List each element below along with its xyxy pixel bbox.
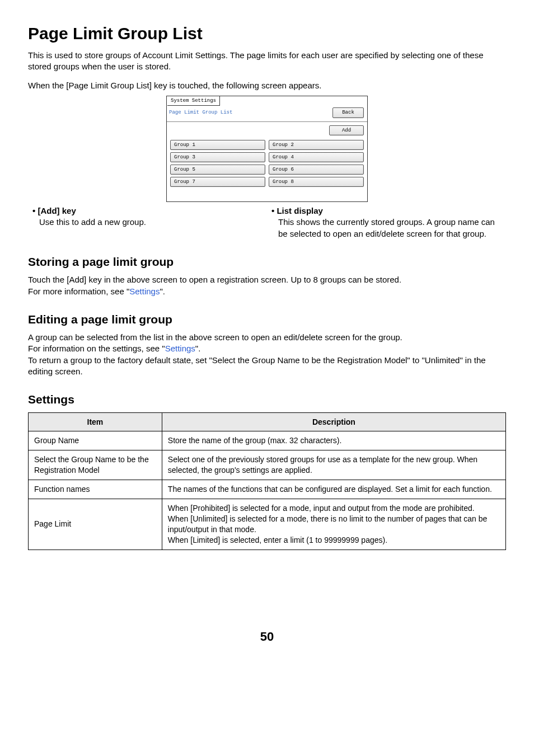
settings-heading: Settings (28, 392, 506, 407)
screenshot-panel: System Settings Page Limit Group List Ba… (166, 96, 368, 202)
bullet-columns: • [Add] key Use this to add a new group.… (28, 205, 506, 240)
list-display-body: This shows the currently stored groups. … (267, 217, 506, 240)
settings-link[interactable]: Settings (129, 287, 160, 296)
group-button[interactable]: Group 8 (269, 177, 364, 187)
editing-p2-text-b: ". (195, 344, 201, 353)
storing-p2: For more information, see "Settings". (28, 286, 506, 297)
screenshot-tab: System Settings (167, 96, 220, 106)
settings-desc: The names of the functions that can be c… (162, 480, 505, 499)
settings-th-item: Item (29, 412, 162, 431)
group-button[interactable]: Group 1 (170, 140, 265, 150)
screenshot-header-row: Page Limit Group List Back (167, 106, 367, 121)
screenshot-group-list: Group 1 Group 2 Group 3 Group 4 Group 5 … (167, 140, 367, 202)
settings-item: Group Name (29, 431, 162, 450)
table-row: Function names The names of the function… (29, 480, 506, 499)
editing-p1: A group can be selected from the list in… (28, 332, 506, 343)
settings-table: Item Description Group Name Store the na… (28, 412, 506, 550)
intro-paragraph-1: This is used to store groups of Account … (28, 50, 506, 73)
add-button[interactable]: Add (329, 125, 364, 135)
page-number: 50 (28, 628, 506, 645)
screenshot-add-row: Add (167, 122, 367, 140)
screenshot-title: Page Limit Group List (169, 109, 332, 116)
settings-item: Function names (29, 480, 162, 499)
settings-desc: Store the name of the group (max. 32 cha… (162, 431, 505, 450)
table-row: Page Limit When [Prohibited] is selected… (29, 499, 506, 550)
page-title: Page Limit Group List (28, 22, 506, 45)
group-button[interactable]: Group 6 (269, 165, 364, 175)
list-display-heading: • List display (271, 206, 323, 215)
add-key-body: Use this to add a new group. (28, 217, 267, 228)
storing-p2-text-a: For more information, see " (28, 287, 129, 296)
editing-heading: Editing a page limit group (28, 312, 506, 327)
group-button[interactable]: Group 2 (269, 140, 364, 150)
settings-th-desc: Description (162, 412, 505, 431)
storing-p2-text-b: ". (160, 287, 165, 296)
intro-paragraph-2: When the [Page Limit Group List] key is … (28, 80, 506, 91)
back-button[interactable]: Back (332, 107, 364, 118)
editing-p2: For information on the settings, see "Se… (28, 343, 506, 354)
editing-p3: To return a group to the factory default… (28, 355, 506, 378)
table-row: Group Name Store the name of the group (… (29, 431, 506, 450)
settings-desc: Select one of the previously stored grou… (162, 450, 505, 480)
settings-link[interactable]: Settings (165, 344, 195, 353)
group-button[interactable]: Group 5 (170, 165, 265, 175)
group-button[interactable]: Group 7 (170, 177, 265, 187)
storing-heading: Storing a page limit group (28, 254, 506, 270)
settings-desc: When [Prohibited] is selected for a mode… (162, 499, 505, 550)
storing-p1: Touch the [Add] key in the above screen … (28, 274, 506, 285)
group-button[interactable]: Group 4 (269, 152, 364, 162)
add-key-heading: • [Add] key (32, 206, 76, 215)
settings-item: Page Limit (29, 499, 162, 550)
table-row: Select the Group Name to be the Registra… (29, 450, 506, 480)
group-button[interactable]: Group 3 (170, 152, 265, 162)
editing-p2-text-a: For information on the settings, see " (28, 344, 165, 353)
settings-item: Select the Group Name to be the Registra… (29, 450, 162, 480)
screenshot-container: System Settings Page Limit Group List Ba… (28, 96, 506, 202)
